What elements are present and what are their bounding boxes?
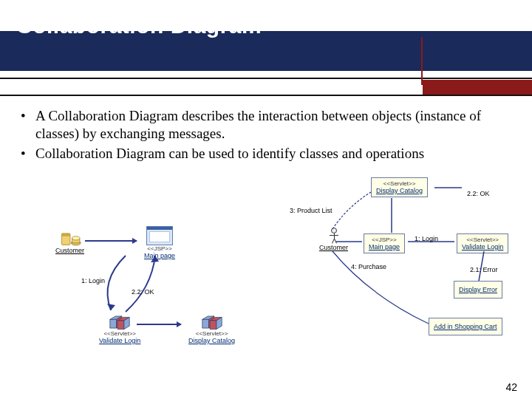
- bullet-2: Collaboration Diagram can be used to ide…: [16, 145, 516, 163]
- header-rule-top: [0, 78, 532, 79]
- svg-marker-18: [151, 256, 159, 262]
- header-maroon-block: [423, 80, 532, 95]
- bullet-1: A Collaboration Diagram describes the in…: [16, 107, 516, 143]
- server-icon: [58, 231, 82, 247]
- bullet-list: A Collaboration Diagram describes the in…: [16, 107, 516, 163]
- left-validate-label: Validate Login: [99, 337, 140, 344]
- left-validate-login: <<Servlet>> Validate Login: [99, 314, 140, 344]
- left-catalog-stereotype: <<Servlet>>: [196, 330, 228, 337]
- left-msg-login: 1: Login: [81, 277, 105, 284]
- right-msg-product-list: 3: Product List: [290, 207, 332, 214]
- left-catalog-label: Display Catalog: [188, 337, 235, 344]
- svg-rect-1: [61, 233, 70, 236]
- left-display-catalog: <<Servlet>> Display Catalog: [188, 314, 235, 344]
- svg-marker-12: [202, 319, 208, 328]
- svg-marker-17: [107, 304, 115, 310]
- right-connectors: [318, 177, 525, 340]
- left-arrow-validate-catalog: [137, 324, 181, 325]
- left-msg-ok: 2.2: OK: [132, 288, 154, 296]
- left-validate-stereotype: <<Servlet>>: [103, 330, 136, 337]
- header-rule-bottom: [0, 95, 532, 96]
- right-msg-ok: 2.2: OK: [467, 190, 490, 197]
- cube-icon: [201, 314, 223, 330]
- content-area: A Collaboration Diagram describes the in…: [16, 107, 516, 164]
- right-msg-login: 1: Login: [415, 235, 438, 242]
- right-msg-purchase: 4: Purchase: [351, 263, 386, 270]
- svg-marker-9: [117, 321, 124, 330]
- browser-window-icon: [146, 226, 173, 245]
- diagram-area: Customer <<JSP>> Main page <<Servlet>> V…: [0, 177, 532, 373]
- header-vertical-accent: [421, 37, 423, 85]
- left-conn-ok: [118, 251, 185, 318]
- right-msg-error: 2.1: Error: [470, 266, 498, 273]
- slide-title: Collaboration Diagram: [16, 13, 262, 38]
- slide-header: Collaboration Diagram: [0, 0, 532, 80]
- page-number: 42: [505, 381, 517, 393]
- svg-point-4: [72, 236, 79, 240]
- svg-marker-15: [210, 321, 216, 330]
- left-arrow-customer-main: [85, 240, 137, 242]
- svg-marker-6: [110, 319, 117, 328]
